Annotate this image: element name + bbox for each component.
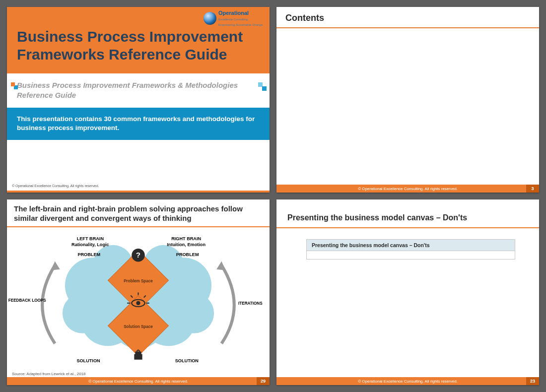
svg-point-15	[136, 301, 139, 304]
globe-icon	[204, 12, 216, 25]
slide-donts: Presenting the business model canvas – D…	[276, 199, 539, 385]
svg-point-8	[63, 293, 103, 333]
svg-text:Rationality, Logic: Rationality, Logic	[71, 242, 109, 247]
footer-copyright: © Operational Excellence Consulting. All…	[88, 379, 188, 384]
svg-text:?: ?	[136, 251, 140, 259]
svg-text:RIGHT BRAIN: RIGHT BRAIN	[171, 236, 201, 241]
svg-text:LEFT BRAIN: LEFT BRAIN	[77, 236, 104, 241]
svg-rect-21	[134, 354, 142, 359]
main-title: Business Process Improvement Frameworks …	[17, 28, 260, 64]
footer-bar: © Operational Excellence Consulting. All…	[276, 185, 539, 193]
slide4-title: Presenting the business model canvas – D…	[276, 199, 539, 227]
footer-copyright: © Operational Excellence Consulting. All…	[358, 379, 458, 384]
brand-sub: Excellence Consulting	[218, 18, 248, 21]
deco-squares-left	[11, 82, 15, 86]
svg-text:SOLUTION: SOLUTION	[76, 358, 100, 363]
svg-text:SOLUTION: SOLUTION	[175, 358, 199, 363]
svg-marker-31	[51, 261, 60, 270]
solution-space-label: Solution Space	[124, 324, 153, 328]
brand-tag: Empowering Sustainable Change	[218, 23, 263, 26]
bottom-accent	[7, 191, 270, 193]
slide3-title: The left-brain and right-brain problem s…	[7, 199, 270, 226]
footer-bar: © Operational Excellence Consulting. All…	[7, 377, 270, 385]
contents-heading: Contents	[276, 7, 539, 27]
deco-squares-right	[262, 86, 267, 91]
donts-box-head: Presenting the business model canvas – D…	[307, 240, 515, 251]
svg-point-9	[174, 293, 214, 333]
brand-logo: Operational Excellence Consulting Empowe…	[204, 10, 263, 27]
footer-copyright: © Operational Excellence Consulting. All…	[358, 187, 458, 191]
title-orange-band: Operational Excellence Consulting Empowe…	[7, 7, 270, 73]
contents-columns	[276, 31, 539, 185]
page-number: 23	[526, 377, 539, 385]
contents-col-2	[408, 31, 534, 185]
subtitle-band: Business Process Improvement Frameworks …	[7, 73, 270, 108]
copyright: © Operational Excellence Consulting. All…	[7, 184, 270, 191]
donts-box: Presenting the business model canvas – D…	[306, 239, 515, 260]
svg-text:Intuition, Emotion: Intuition, Emotion	[167, 242, 205, 247]
slide-grid: Operational Excellence Consulting Empowe…	[0, 0, 546, 392]
problem-space-label: Problem Space	[124, 279, 153, 283]
svg-marker-32	[216, 261, 225, 270]
slide-brain-diagram: The left-brain and right-brain problem s…	[7, 199, 270, 385]
svg-rect-22	[135, 351, 141, 354]
iterations-label: ITERATIONS	[238, 301, 263, 305]
brand-main: Operational	[218, 10, 263, 16]
source-note: Source: Adapted from Lewrick et al., 201…	[7, 372, 270, 377]
donts-list	[307, 251, 515, 259]
slide-contents: Contents © Operational Excellence Consul…	[276, 7, 539, 193]
feedback-label: FEEDBACK LOOPS	[8, 298, 46, 302]
blurb-band: This presentation contains 30 common fra…	[7, 108, 270, 140]
subtitle: Business Process Improvement Frameworks …	[17, 80, 260, 101]
page-number: 29	[257, 377, 270, 385]
page-number: 3	[526, 185, 539, 193]
contents-col-1	[282, 31, 408, 185]
slide-title: Operational Excellence Consulting Empowe…	[7, 7, 270, 193]
svg-text:PROBLEM: PROBLEM	[77, 252, 100, 257]
footer-bar: © Operational Excellence Consulting. All…	[276, 377, 539, 385]
brain-diagram: ? Problem Space Solution Space LEFT BRAI…	[7, 229, 270, 372]
svg-text:PROBLEM: PROBLEM	[176, 252, 199, 257]
